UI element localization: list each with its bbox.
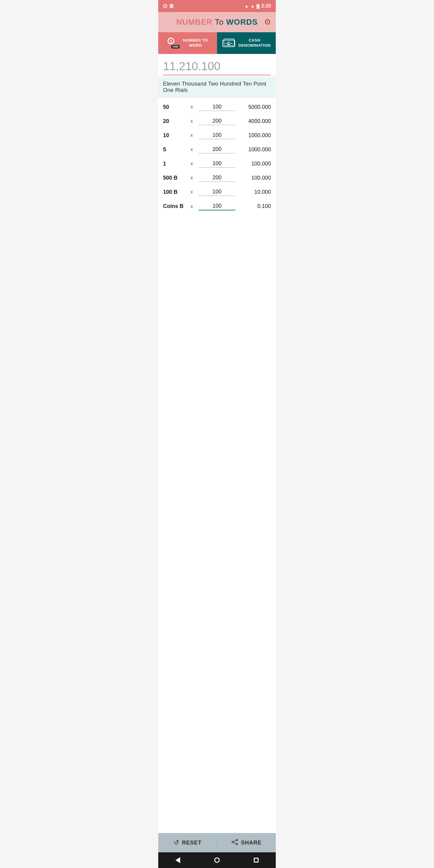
denom-input[interactable]	[198, 174, 236, 182]
table-row: 10 x 1000.000	[163, 128, 271, 143]
denom-result: 100.000	[238, 175, 271, 181]
number-input[interactable]	[163, 59, 271, 74]
denom-result: 1000.000	[238, 147, 271, 153]
number-circle: 1	[167, 38, 174, 44]
status-time: 2:20	[261, 3, 271, 9]
back-icon	[176, 857, 180, 863]
denom-label: 10	[163, 132, 187, 138]
denom-input[interactable]	[198, 188, 236, 196]
number-input-area	[158, 54, 276, 76]
multiplier-symbol: x	[187, 175, 196, 181]
num-badge-icon: 1 ONE	[167, 38, 180, 49]
denom-input[interactable]	[198, 146, 236, 153]
multiplier-symbol: x	[187, 204, 196, 209]
svg-line-9	[233, 840, 236, 842]
tab-cash-denomination[interactable]: $ CASH DENOMINATION	[217, 32, 276, 54]
denom-label: Coins B	[163, 203, 187, 210]
signal-icon: ▲	[250, 4, 255, 8]
app-title: NUMBER To WORDS	[176, 18, 258, 27]
home-icon	[214, 858, 220, 863]
denom-result: 1000.000	[238, 132, 271, 138]
status-bar-left	[163, 4, 173, 8]
main-content: Eleven Thousand Two Hundred Ten Point On…	[158, 54, 276, 833]
title-words: WORDS	[226, 18, 258, 27]
svg-point-6	[236, 839, 238, 841]
svg-line-10	[233, 842, 236, 844]
wifi-icon: ▲	[244, 4, 249, 8]
tab-number-to-word-label: NUMBER TO WORD	[183, 38, 208, 48]
denomination-table: 50 x 5000.000 20 x 4000.000 10 x 1000.00…	[158, 98, 276, 833]
tab-bar: 1 ONE NUMBER TO WORD $ CASH DENOMINATION	[158, 32, 276, 54]
denom-result: 4000.000	[238, 118, 271, 124]
denom-result: 0.100	[238, 203, 271, 210]
table-row: 20 x 4000.000	[163, 114, 271, 128]
table-row: 5 x 1000.000	[163, 143, 271, 157]
share-label: SHARE	[241, 840, 261, 846]
title-number: NUMBER	[176, 18, 213, 27]
circle-number: 1	[170, 39, 172, 43]
reset-label: RESET	[182, 840, 202, 846]
nav-recent-button[interactable]	[251, 855, 261, 866]
result-text: Eleven Thousand Two Hundred Ten Point On…	[158, 76, 276, 98]
multiplier-symbol: x	[187, 133, 196, 138]
table-row: 1 x 100.000	[163, 157, 271, 171]
multiplier-symbol: x	[187, 161, 196, 166]
denom-result: 5000.000	[238, 104, 271, 110]
nav-back-button[interactable]	[173, 855, 183, 866]
battery-icon: ▓	[256, 4, 259, 8]
table-row: Coins B x 0.100	[163, 199, 271, 214]
notification-icon	[163, 4, 167, 8]
recent-icon	[254, 858, 258, 863]
cash-icon: $	[222, 38, 236, 48]
table-row: 100 B x 10.000	[163, 185, 271, 199]
status-bar-right: ▲ ▲ ▓ 2:20	[244, 3, 271, 9]
denom-result: 10.000	[238, 189, 271, 195]
reset-button[interactable]: ↺ RESET	[158, 833, 217, 852]
tab-cash-denomination-label: CASH DENOMINATION	[239, 38, 271, 48]
svg-point-8	[232, 841, 233, 843]
title-to: To	[213, 18, 226, 27]
table-row: 50 x 5000.000	[163, 100, 271, 114]
denom-input-active[interactable]	[198, 202, 236, 210]
denom-input[interactable]	[198, 117, 236, 125]
denom-label: 1	[163, 161, 187, 167]
app-header: NUMBER To WORDS ⚙	[158, 12, 276, 32]
denom-input[interactable]	[198, 131, 236, 139]
sim-icon	[170, 4, 173, 8]
denom-label: 20	[163, 118, 187, 124]
reset-icon: ↺	[174, 839, 179, 846]
multiplier-symbol: x	[187, 189, 196, 195]
table-row: 500 B x 100.000	[163, 171, 271, 185]
tab-number-to-word[interactable]: 1 ONE NUMBER TO WORD	[158, 32, 217, 54]
multiplier-symbol: x	[187, 147, 196, 152]
svg-text:$: $	[228, 42, 229, 45]
denom-input[interactable]	[198, 103, 236, 111]
denom-label: 5	[163, 147, 187, 153]
multiplier-symbol: x	[187, 104, 196, 110]
nav-home-button[interactable]	[212, 855, 222, 866]
one-badge: ONE	[171, 45, 180, 49]
multiplier-symbol: x	[187, 119, 196, 124]
denom-label: 50	[163, 104, 187, 110]
settings-icon[interactable]: ⚙	[264, 18, 271, 27]
denom-result: 100.000	[238, 161, 271, 167]
status-bar: ▲ ▲ ▓ 2:20	[158, 0, 276, 12]
denom-label: 100 B	[163, 189, 187, 195]
share-icon	[231, 839, 238, 846]
input-underline	[163, 75, 271, 75]
number-to-word-icon: 1 ONE	[167, 37, 180, 49]
nav-bar	[158, 852, 276, 868]
denom-input[interactable]	[198, 160, 236, 167]
bottom-bar: ↺ RESET SHARE	[158, 833, 276, 852]
svg-point-7	[236, 843, 238, 845]
share-button[interactable]: SHARE	[217, 833, 276, 852]
denom-label: 500 B	[163, 175, 187, 181]
